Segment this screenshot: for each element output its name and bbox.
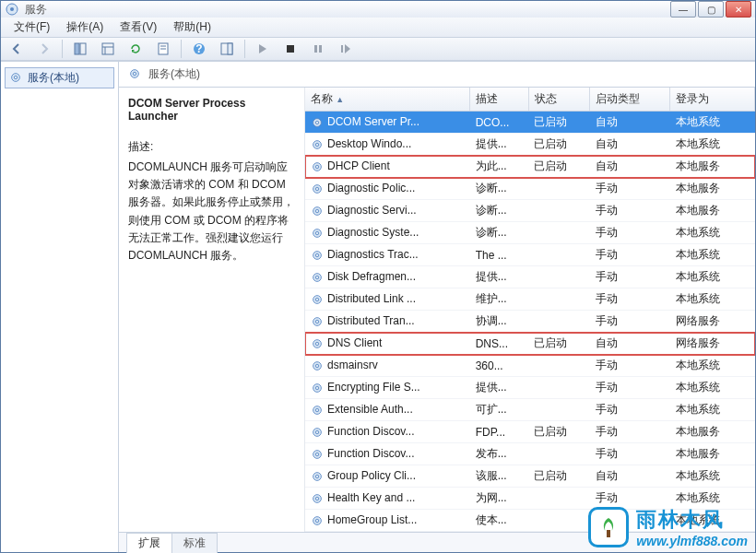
gear-icon	[311, 470, 324, 483]
export-list-button[interactable]	[96, 38, 120, 60]
close-button[interactable]: ✕	[726, 1, 751, 18]
svg-point-59	[315, 519, 319, 523]
svg-point-51	[315, 430, 319, 434]
table-row[interactable]: DHCP Client为此...已启动自动本地服务	[305, 156, 755, 178]
table-row[interactable]: Diagnostic Polic...诊断...手动本地服务	[305, 178, 755, 200]
stop-service-button[interactable]	[278, 38, 302, 60]
right-panel: 服务(本地) DCOM Server Process Launcher 描述: …	[119, 62, 755, 552]
svg-rect-3	[80, 43, 86, 54]
toolbar-separator	[181, 40, 182, 58]
svg-point-39	[315, 298, 319, 301]
action-pane-button[interactable]	[215, 38, 239, 60]
sort-asc-icon: ▲	[336, 95, 344, 104]
table-row[interactable]: DNS ClientDNS...已启动自动网络服务	[305, 333, 755, 355]
toolbar-separator	[62, 40, 63, 58]
svg-point-31	[315, 209, 319, 213]
right-title-text: 服务(本地)	[148, 66, 200, 82]
forward-button[interactable]	[32, 38, 56, 60]
gear-icon	[311, 426, 324, 439]
titlebar[interactable]: 服务 — ▢ ✕	[1, 1, 755, 18]
window: 服务 — ▢ ✕ 文件(F) 操作(A) 查看(V) 帮助(H) ?	[0, 0, 756, 553]
tab-extended[interactable]: 扩展	[126, 533, 172, 553]
right-panel-title: 服务(本地)	[119, 62, 755, 88]
menubar: 文件(F) 操作(A) 查看(V) 帮助(H)	[1, 18, 755, 38]
svg-point-25	[315, 143, 319, 147]
gear-icon	[311, 514, 324, 527]
show-hide-tree-button[interactable]	[68, 38, 92, 60]
svg-point-23	[315, 121, 319, 124]
help-button[interactable]: ?	[187, 38, 211, 60]
menu-file[interactable]: 文件(F)	[6, 18, 57, 37]
table-row[interactable]: Encrypting File S...提供...手动本地系统	[305, 377, 755, 399]
table-row[interactable]: dsmainsrv360...手动本地系统	[305, 355, 755, 377]
properties-button[interactable]	[151, 38, 175, 60]
svg-point-49	[315, 408, 319, 412]
gear-icon	[311, 448, 324, 461]
svg-point-29	[315, 187, 319, 191]
tab-standard[interactable]: 标准	[171, 533, 218, 553]
toolbar: ?	[1, 38, 755, 61]
col-status[interactable]: 状态	[528, 88, 589, 112]
restart-service-button[interactable]	[334, 38, 358, 60]
menu-action[interactable]: 操作(A)	[59, 18, 111, 37]
gear-icon	[311, 205, 324, 218]
svg-text:?: ?	[195, 42, 202, 55]
table-row[interactable]: Diagnostic Servi...诊断...手动本地服务	[305, 200, 755, 222]
gear-icon	[311, 315, 324, 328]
gear-icon	[311, 271, 324, 284]
gear-icon	[311, 116, 324, 129]
table-row[interactable]: HomeGroup List...使本...手动本地系统	[305, 510, 755, 532]
maximize-button[interactable]: ▢	[698, 1, 724, 18]
gear-icon	[128, 67, 143, 82]
col-name[interactable]: 名称 ▲	[305, 88, 470, 112]
toolbar-separator	[244, 40, 245, 58]
svg-point-37	[315, 276, 319, 279]
services-list[interactable]: 名称 ▲ 描述 状态 启动类型 登录为 DCOM Server Pr...DCO…	[305, 88, 755, 532]
table-row[interactable]: Diagnostics Trac...The ...手动本地系统	[305, 244, 755, 266]
gear-icon	[311, 404, 324, 417]
table-row[interactable]: Desktop Windo...提供...已启动自动本地系统	[305, 134, 755, 156]
gear-icon	[311, 359, 324, 372]
svg-rect-13	[228, 43, 232, 54]
svg-point-1	[10, 7, 14, 11]
svg-point-33	[315, 231, 319, 235]
detail-column: DCOM Server Process Launcher 描述: DCOMLAU…	[119, 88, 305, 532]
detail-desc-label: 描述:	[128, 139, 295, 155]
svg-point-19	[14, 76, 18, 79]
back-button[interactable]	[5, 38, 29, 60]
svg-point-47	[315, 386, 319, 390]
gear-icon	[311, 182, 324, 195]
detail-heading: DCOM Server Process Launcher	[128, 97, 295, 123]
start-service-button[interactable]	[251, 38, 275, 60]
svg-point-45	[315, 364, 319, 368]
table-row[interactable]: Function Discov...FDP...已启动手动本地服务	[305, 421, 755, 443]
refresh-button[interactable]	[124, 38, 148, 60]
table-row[interactable]: Health Key and ...为网...手动本地系统	[305, 488, 755, 510]
table-row[interactable]: DCOM Server Pr...DCO...已启动自动本地系统	[305, 112, 755, 134]
pause-service-button[interactable]	[306, 38, 330, 60]
table-row[interactable]: Disk Defragmen...提供...手动本地系统	[305, 266, 755, 288]
minimize-button[interactable]: —	[670, 1, 696, 18]
detail-desc-text: DCOMLAUNCH 服务可启动响应对象激活请求的 COM 和 DCOM 服务器…	[128, 159, 295, 265]
col-startup[interactable]: 启动类型	[590, 88, 670, 112]
window-title: 服务	[25, 2, 47, 18]
col-logon[interactable]: 登录为	[670, 88, 755, 112]
gear-icon	[311, 293, 324, 306]
left-panel: 服务(本地)	[1, 62, 119, 552]
menu-help[interactable]: 帮助(H)	[166, 18, 219, 37]
gear-icon	[311, 337, 324, 350]
table-row[interactable]: Diagnostic Syste...诊断...手动本地系统	[305, 222, 755, 244]
table-row[interactable]: Distributed Link ...维护...手动本地系统	[305, 288, 755, 311]
table-row[interactable]: Function Discov...发布...手动本地服务	[305, 443, 755, 465]
svg-point-27	[315, 165, 319, 169]
svg-rect-4	[102, 43, 113, 54]
menu-view[interactable]: 查看(V)	[112, 18, 164, 37]
svg-rect-2	[75, 43, 79, 54]
table-row[interactable]: Group Policy Cli...该服...已启动自动本地系统	[305, 465, 755, 488]
tree-node-services-local[interactable]: 服务(本地)	[5, 67, 114, 88]
gear-icon	[311, 227, 324, 240]
table-row[interactable]: Distributed Tran...协调...手动网络服务	[305, 311, 755, 333]
table-row[interactable]: Extensible Auth...可扩...手动本地系统	[305, 399, 755, 421]
col-desc[interactable]: 描述	[470, 88, 529, 112]
gear-icon	[311, 138, 324, 151]
